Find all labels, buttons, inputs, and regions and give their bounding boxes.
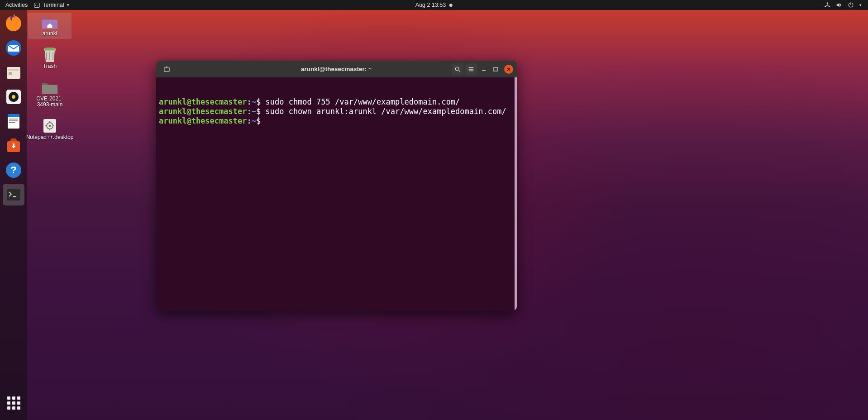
system-tray[interactable]: ▾ <box>824 2 868 8</box>
terminal-scrollbar[interactable] <box>515 77 517 311</box>
terminal-icon <box>5 186 23 204</box>
desktop-icon-home[interactable]: arunkl <box>28 13 72 39</box>
files-icon <box>5 63 23 81</box>
dock-item-files[interactable] <box>3 62 24 83</box>
close-icon <box>506 67 511 72</box>
activities-button[interactable]: Activities <box>5 2 28 8</box>
svg-rect-9 <box>8 69 19 71</box>
desktop-icon-notepad[interactable]: Notepad++.desktop <box>28 116 72 143</box>
search-icon <box>454 66 461 72</box>
terminal-window: arunkl@thesecmaster: ~ arunkl@thesecmast… <box>156 61 517 311</box>
volume-icon <box>836 2 842 8</box>
network-icon <box>824 2 830 8</box>
gear-file-icon <box>41 118 58 134</box>
dock-item-firefox[interactable] <box>3 13 24 34</box>
dock-item-rhythmbox[interactable] <box>3 86 24 108</box>
svg-line-36 <box>459 70 460 72</box>
terminal-body[interactable]: arunkl@thesecmaster:~$ sudo chmod 755 /v… <box>156 77 517 311</box>
folder-home-icon <box>41 14 58 30</box>
close-button[interactable] <box>504 65 513 74</box>
chevron-down-icon: ▾ <box>859 3 862 7</box>
svg-point-35 <box>455 67 459 71</box>
desktop-icon-label: Trash <box>43 63 57 70</box>
dock-item-help[interactable]: ? <box>3 159 24 181</box>
svg-point-27 <box>49 125 51 127</box>
gnome-topbar: Activities Terminal ▾ Aug 2 13:53 ▾ <box>0 0 868 10</box>
svg-rect-22 <box>7 189 20 200</box>
thunderbird-icon <box>5 39 23 57</box>
help-icon: ? <box>5 161 23 179</box>
software-icon <box>5 137 23 155</box>
apps-grid-icon <box>7 396 20 410</box>
writer-icon <box>5 112 23 130</box>
new-tab-button[interactable] <box>161 63 172 75</box>
svg-rect-16 <box>9 119 18 119</box>
hamburger-icon <box>468 66 474 72</box>
desktop-icon-label: arunkl <box>43 31 57 37</box>
terminal-titlebar[interactable]: arunkl@thesecmaster: ~ <box>156 61 517 77</box>
notification-dot-icon <box>449 4 453 7</box>
maximize-icon <box>493 67 498 72</box>
folder-icon <box>41 80 58 95</box>
clock-label: Aug 2 13:53 <box>415 2 446 8</box>
minimize-button[interactable] <box>479 64 489 74</box>
firefox-icon <box>5 14 23 33</box>
maximize-button[interactable] <box>491 64 501 74</box>
menu-button[interactable] <box>465 63 477 75</box>
dock: ? <box>0 10 27 420</box>
chevron-down-icon: ▾ <box>67 3 69 7</box>
rhythmbox-icon <box>5 88 23 106</box>
desktop-icon-trash[interactable]: Trash <box>28 45 72 72</box>
clock[interactable]: Aug 2 13:53 <box>415 2 453 8</box>
svg-rect-17 <box>9 120 18 121</box>
app-menu[interactable]: Terminal ▾ <box>34 2 69 8</box>
minimize-icon <box>481 67 486 72</box>
desktop-icon-label: CVE-2021-3493-main <box>30 96 70 109</box>
trash-icon <box>41 47 58 62</box>
svg-rect-41 <box>494 67 497 71</box>
svg-rect-10 <box>9 72 12 75</box>
svg-point-13 <box>12 95 15 99</box>
app-menu-label: Terminal <box>43 2 64 8</box>
terminal-icon <box>34 2 40 8</box>
dock-item-writer[interactable] <box>3 110 24 132</box>
power-icon <box>848 2 854 8</box>
dock-item-apps[interactable] <box>3 392 24 414</box>
svg-text:?: ? <box>10 164 16 176</box>
svg-rect-15 <box>8 114 19 117</box>
svg-rect-0 <box>34 3 39 7</box>
svg-rect-18 <box>9 122 15 123</box>
dock-item-terminal[interactable] <box>3 184 24 205</box>
new-tab-icon <box>163 66 170 72</box>
desktop-icons: arunkl Trash CVE-2021-3493-main Notepad+… <box>27 13 72 143</box>
dock-item-software[interactable] <box>3 135 24 157</box>
desktop-icon-folder[interactable]: CVE-2021-3493-main <box>28 78 72 110</box>
dock-item-thunderbird[interactable] <box>3 37 24 59</box>
desktop-icon-label: Notepad++.desktop <box>26 134 74 141</box>
search-button[interactable] <box>452 63 463 75</box>
